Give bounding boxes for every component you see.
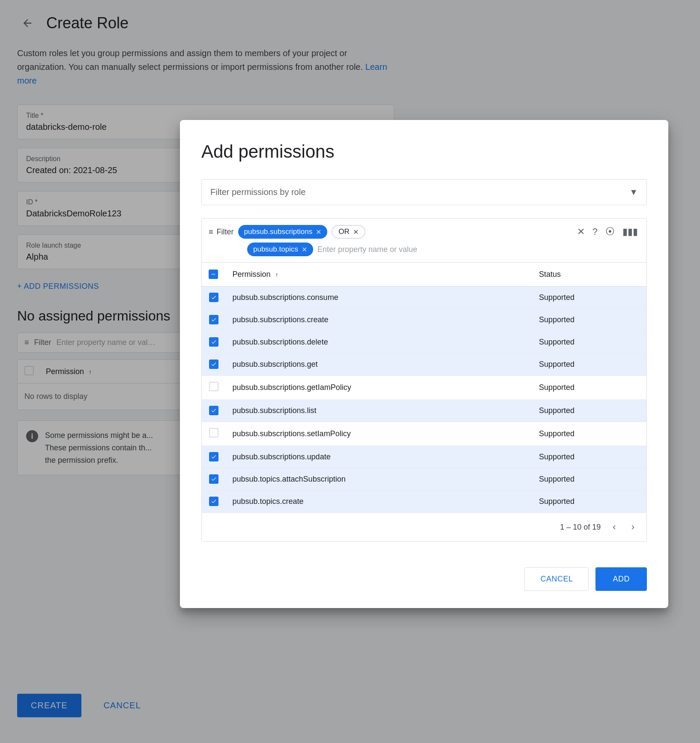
status-cell: Supported	[532, 376, 647, 400]
pagination-info: 1 – 10 of 19	[560, 523, 601, 532]
row-checkbox-cell[interactable]	[202, 309, 226, 331]
filter-chips-bar: ≡ Filter pubsub.subscriptions ✕ OR ✕ ✕ ?…	[201, 218, 647, 263]
permission-cell: pubsub.subscriptions.delete	[226, 331, 532, 354]
row-checkbox[interactable]	[209, 406, 218, 415]
row-checkbox[interactable]	[209, 337, 218, 347]
chip-or: OR ✕	[332, 225, 365, 239]
add-dialog-button[interactable]: ADD	[595, 567, 647, 591]
status-cell: Supported	[532, 468, 647, 491]
status-column-header: Status	[532, 263, 647, 287]
cancel-dialog-button[interactable]: CANCEL	[524, 567, 589, 591]
row-checkbox-cell[interactable]	[202, 376, 226, 400]
property-input-placeholder[interactable]: Enter property name or value	[317, 245, 417, 254]
permission-cell: pubsub.subscriptions.consume	[226, 287, 532, 309]
clear-filter-button[interactable]: ✕	[575, 225, 586, 239]
next-page-button[interactable]: ›	[628, 520, 638, 534]
row-checkbox-cell[interactable]	[202, 468, 226, 491]
status-cell: Supported	[532, 446, 647, 468]
help-button[interactable]: ?	[591, 225, 599, 239]
chip-or-close[interactable]: ✕	[353, 228, 359, 236]
select-all-checkbox[interactable]	[209, 270, 218, 279]
status-cell: Supported	[532, 491, 647, 513]
permission-sort-icon[interactable]: ↑	[275, 271, 278, 278]
chip-topics: pubsub.topics ✕	[247, 243, 313, 256]
status-cell: Supported	[532, 309, 647, 331]
permission-cell: pubsub.topics.create	[226, 491, 532, 513]
columns-button[interactable]: ⦿	[604, 225, 616, 239]
table-row: pubsub.subscriptions.getSupported	[202, 354, 647, 376]
row-checkbox[interactable]	[209, 382, 218, 391]
more-options-button[interactable]: ▮▮▮	[621, 225, 640, 239]
pagination-bar: 1 – 10 of 19 ‹ ›	[201, 513, 647, 542]
permissions-table: Permission ↑ Status pubsub.subscriptions…	[201, 263, 647, 513]
dialog-title: Add permissions	[201, 141, 647, 162]
chip-subscriptions: pubsub.subscriptions ✕	[238, 225, 328, 239]
row-checkbox[interactable]	[209, 452, 218, 461]
status-cell: Supported	[532, 400, 647, 422]
row-checkbox[interactable]	[209, 293, 218, 302]
table-row: pubsub.topics.attachSubscriptionSupporte…	[202, 468, 647, 491]
table-row: pubsub.topics.createSupported	[202, 491, 647, 513]
permission-cell: pubsub.subscriptions.getIamPolicy	[226, 376, 532, 400]
table-row: pubsub.subscriptions.listSupported	[202, 400, 647, 422]
add-permissions-dialog: Add permissions Filter permissions by ro…	[180, 120, 668, 608]
row-checkbox-cell[interactable]	[202, 446, 226, 468]
row-checkbox-cell[interactable]	[202, 491, 226, 513]
dropdown-arrow-icon: ▼	[629, 187, 638, 197]
permission-cell: pubsub.subscriptions.setIamPolicy	[226, 422, 532, 446]
status-cell: Supported	[532, 422, 647, 446]
permission-cell: pubsub.subscriptions.get	[226, 354, 532, 376]
permission-cell: pubsub.subscriptions.update	[226, 446, 532, 468]
chip-topics-close[interactable]: ✕	[302, 246, 307, 254]
row-checkbox[interactable]	[209, 497, 218, 506]
table-row: pubsub.subscriptions.getIamPolicySupport…	[202, 376, 647, 400]
row-checkbox-cell[interactable]	[202, 331, 226, 354]
select-all-header[interactable]	[202, 263, 226, 287]
status-cell: Supported	[532, 287, 647, 309]
row-checkbox[interactable]	[209, 428, 218, 437]
table-row: pubsub.subscriptions.updateSupported	[202, 446, 647, 468]
table-row: pubsub.subscriptions.createSupported	[202, 309, 647, 331]
row-checkbox-cell[interactable]	[202, 354, 226, 376]
permission-cell: pubsub.topics.attachSubscription	[226, 468, 532, 491]
role-filter-dropdown[interactable]: Filter permissions by role ▼	[201, 179, 647, 205]
row-checkbox-cell[interactable]	[202, 400, 226, 422]
row-checkbox-cell[interactable]	[202, 422, 226, 446]
permissions-table-wrapper: Permission ↑ Status pubsub.subscriptions…	[201, 263, 647, 542]
table-row: pubsub.subscriptions.deleteSupported	[202, 331, 647, 354]
filter-lines-icon: ≡	[209, 228, 213, 237]
row-checkbox[interactable]	[209, 315, 218, 324]
role-filter-placeholder: Filter permissions by role	[210, 187, 305, 197]
dialog-footer: CANCEL ADD	[201, 559, 647, 591]
chip-subscriptions-close[interactable]: ✕	[316, 228, 321, 236]
prev-page-button[interactable]: ‹	[609, 520, 619, 534]
permission-cell: pubsub.subscriptions.create	[226, 309, 532, 331]
permission-column-header: Permission ↑	[226, 263, 532, 287]
filter-label: ≡ Filter	[209, 228, 234, 237]
row-checkbox[interactable]	[209, 474, 218, 484]
table-row: pubsub.subscriptions.setIamPolicySupport…	[202, 422, 647, 446]
row-checkbox-cell[interactable]	[202, 287, 226, 309]
status-cell: Supported	[532, 354, 647, 376]
status-cell: Supported	[532, 331, 647, 354]
permission-cell: pubsub.subscriptions.list	[226, 400, 532, 422]
svg-rect-0	[211, 274, 215, 274]
table-row: pubsub.subscriptions.consumeSupported	[202, 287, 647, 309]
row-checkbox[interactable]	[209, 360, 218, 369]
